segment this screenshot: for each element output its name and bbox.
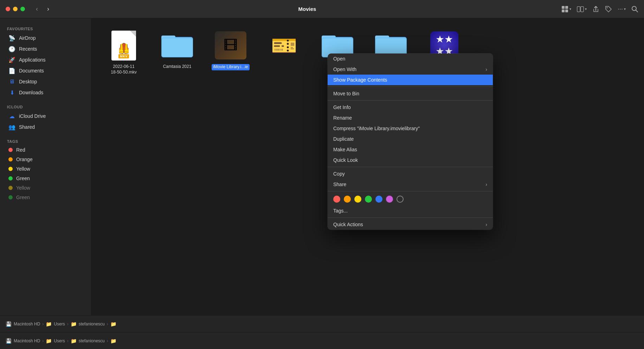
separator-4 [328,191,493,191]
imovie-library-icon: 🎞 [213,30,248,61]
more-folder-icon2: 📁 [110,338,116,344]
tag-button[interactable] [605,6,612,13]
favourites-label: Favourites [0,23,91,32]
breadcrumb-arrow-3: › [107,322,108,326]
color-dot-red[interactable] [333,196,340,203]
breadcrumb-arrow-4: › [42,338,44,343]
sidebar-item-tag-red[interactable]: Red [3,145,88,154]
breadcrumb-arrow-1: › [42,322,44,326]
search-button[interactable] [631,6,638,13]
tag-icon [605,6,612,13]
sidebar-item-recents-label: Recents [19,46,37,52]
svg-rect-12 [162,38,192,57]
context-make-alias[interactable]: Make Alias [328,144,493,155]
context-open[interactable]: Open [328,53,493,64]
sidebar-item-downloads[interactable]: ⬇ Downloads [3,87,88,98]
file-item-camtasia[interactable]: Camtasia 2021 [156,30,198,75]
context-show-package[interactable]: Show Package Contents [328,75,493,85]
maximize-button[interactable] [20,7,25,11]
sidebar-item-documents[interactable]: 📄 Documents [3,65,88,76]
context-open-label: Open [333,56,345,62]
file-item-tickets[interactable]: 🎫 [263,30,305,75]
context-open-with-label: Open With [333,66,356,72]
sidebar-item-icloud-drive-label: iCloud Drive [19,113,46,119]
imovie-file-label: iMovie Library.i...ie [212,64,249,70]
svg-rect-1 [565,6,568,9]
context-quick-actions-label: Quick Actions [333,222,363,227]
quick-actions-arrow: › [485,222,487,227]
separator-1 [328,87,493,87]
share-button[interactable] [592,6,599,13]
tags-label: Tags [0,135,91,145]
context-rename[interactable]: Rename [328,113,493,123]
sidebar-item-tag-yellow[interactable]: Yellow [3,164,88,173]
sidebar: Favourites 📡 AirDrop 🕐 Recents 🚀 Applica… [0,18,91,315]
svg-rect-4 [577,6,580,12]
color-dot-orange[interactable] [344,196,351,203]
sidebar-item-shared-label: Shared [19,124,35,130]
close-button[interactable] [6,7,10,11]
documents-icon: 📄 [8,67,15,74]
svg-rect-3 [565,9,568,12]
minimize-button[interactable] [13,7,18,11]
color-dot-yellow[interactable] [354,196,361,203]
users-folder-icon: 📁 [46,321,52,327]
sidebar-item-tag-green2[interactable]: Green [3,193,88,202]
context-compress-label: Compress "iMovie Library.imovielibrary" [333,126,420,131]
context-duplicate[interactable]: Duplicate [328,134,493,144]
sidebar-item-desktop[interactable]: 🖥 Desktop [3,76,88,87]
color-dot-none[interactable] [397,196,404,203]
mkv-badge: MKV [118,54,129,58]
imovie-icon-shape: 🎞 [215,31,246,59]
forward-button[interactable]: › [43,4,53,14]
tag-yellow-label: Yellow [16,166,30,172]
separator-3 [328,167,493,167]
sidebar-resize-handle[interactable] [90,18,91,315]
sidebar-item-recents[interactable]: 🕐 Recents [3,44,88,54]
column-view-button[interactable]: ▾ [577,6,587,13]
back-button[interactable]: ‹ [32,4,42,14]
context-move-to-bin[interactable]: Move to Bin [328,88,493,99]
sidebar-item-desktop-label: Desktop [19,79,37,84]
context-compress[interactable]: Compress "iMovie Library.imovielibrary" [328,123,493,134]
file-item-imovie[interactable]: 🎞 iMovie Library.i...ie [210,30,252,75]
context-copy[interactable]: Copy [328,169,493,179]
context-duplicate-label: Duplicate [333,136,354,142]
yellow-tag-dot2 [8,186,13,190]
sidebar-item-tag-green[interactable]: Green [3,174,88,183]
statusbar-bottom: 💾 Macintosh HD › 📁 Users › 📁 stefaniones… [0,315,644,332]
sidebar-item-shared[interactable]: 👥 Shared [3,122,88,132]
context-quick-actions[interactable]: Quick Actions › [328,219,493,230]
tag-green2-label: Green [16,195,30,200]
sidebar-item-airdrop[interactable]: 📡 AirDrop [3,33,88,43]
red-tag-dot [8,148,13,152]
context-get-info[interactable]: Get Info [328,102,493,113]
ticket-emoji-icon: 🎫 [271,33,297,58]
file-item-mkv[interactable]: 🦺 MKV 2022-06-1118-50-50.mkv [103,30,145,75]
hd-icon: 💾 [6,321,12,327]
grid-view-button[interactable]: ▾ [561,6,571,13]
svg-rect-5 [581,6,584,12]
context-quick-look[interactable]: Quick Look [328,155,493,165]
context-get-info-label: Get Info [333,104,351,110]
window-title: Movies [57,6,557,12]
sidebar-item-applications[interactable]: 🚀 Applications [3,55,88,65]
airdrop-icon: 📡 [8,34,15,42]
breadcrumb-users: Users [54,322,65,326]
folder-svg [161,31,193,59]
sidebar-item-tag-orange[interactable]: Orange [3,155,88,164]
color-dot-green[interactable] [365,196,372,203]
sidebar-item-applications-label: Applications [19,57,46,63]
sidebar-item-tag-yellow2[interactable]: Yellow [3,183,88,192]
more-button[interactable]: ··· ▾ [618,5,626,13]
vlc-icon: 🦺 [118,43,130,54]
icloud-drive-icon: ☁ [8,113,15,120]
context-tags[interactable]: Tags... [328,205,493,216]
traffic-lights [6,7,25,11]
color-dot-purple[interactable] [386,196,393,203]
color-dot-blue[interactable] [375,196,382,203]
context-share[interactable]: Share › [328,179,493,190]
sidebar-item-icloud-drive[interactable]: ☁ iCloud Drive [3,111,88,121]
context-open-with[interactable]: Open With › [328,64,493,75]
breadcrumb-user2: stefanionescu [79,338,105,343]
